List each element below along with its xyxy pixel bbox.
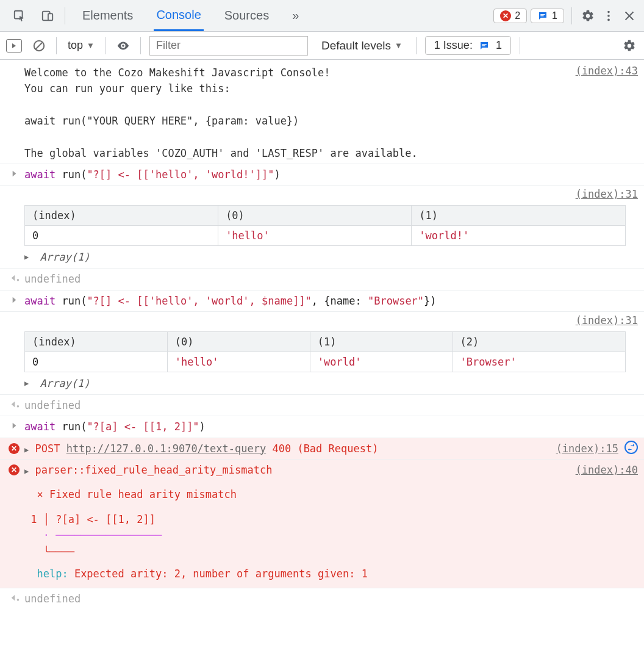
return-row: ● undefined — [0, 588, 644, 609]
divider — [106, 37, 106, 54]
cell: 0 — [25, 226, 218, 246]
error-underline: · ───────────────── — [24, 527, 638, 543]
result-table: (index) (0) (1) 0 'hello' 'world!' — [24, 205, 626, 246]
log-row: Welcome to the Cozo Makeshift Javascript… — [0, 60, 644, 164]
error-badge-icon: ✕ — [4, 462, 24, 475]
svg-rect-4 — [540, 15, 543, 16]
table-header: (1) — [310, 332, 453, 352]
return-value: undefined — [24, 271, 638, 287]
cell: 'hello' — [218, 226, 412, 246]
return-row: ● undefined — [0, 395, 644, 416]
expand-array[interactable]: ▶ Array(1) — [24, 376, 638, 392]
source-link[interactable]: (index):15 — [556, 441, 618, 457]
tab-sources[interactable]: Sources — [222, 0, 271, 31]
context-selector[interactable]: top ▼ — [65, 39, 97, 52]
message-icon — [479, 40, 490, 51]
table-header: (index) — [25, 332, 168, 352]
table-header: (index) — [25, 206, 218, 226]
svg-rect-10 — [482, 44, 487, 45]
input-row: await run("?[] <- [['hello', 'world!']]"… — [0, 164, 644, 186]
divider — [571, 7, 572, 24]
return-value: undefined — [24, 591, 638, 607]
chevron-down-icon: ▼ — [395, 41, 402, 50]
info-count: 1 — [552, 10, 557, 21]
return-row: ● undefined — [0, 269, 644, 290]
svg-point-7 — [607, 18, 610, 21]
tab-elements[interactable]: Elements — [80, 0, 135, 31]
request-url[interactable]: http://127.0.0.1:9070/text-query — [66, 442, 267, 455]
info-count-badge[interactable]: 1 — [531, 9, 564, 23]
divider — [416, 37, 417, 54]
gutter — [4, 188, 24, 190]
cell: 0 — [25, 352, 168, 372]
message-icon — [537, 10, 548, 21]
table-row: 0 'hello' 'world' 'Browser' — [25, 352, 626, 372]
svg-rect-2 — [48, 13, 52, 20]
table-header: (1) — [412, 206, 626, 226]
error-line: ╰──── — [24, 544, 638, 560]
input-code: await run("?[] <- [['hello', 'world', $n… — [24, 293, 638, 309]
gutter — [4, 314, 24, 317]
expand-array[interactable]: ▶ Array(1) — [24, 250, 638, 265]
error-code-line: 1 │ ?[a] <- [[1, 2]] — [24, 511, 638, 527]
live-expression-eye-icon[interactable] — [115, 37, 132, 54]
triangle-right-icon: ▶ — [24, 253, 29, 261]
devtools-topbar: Elements Console Sources » ✕ 2 1 — [0, 0, 644, 32]
close-icon[interactable] — [621, 7, 638, 24]
return-icon: ● — [4, 271, 24, 283]
error-title: parser::fixed_rule_head_arity_mismatch — [35, 464, 272, 476]
issues-count: 1 — [496, 39, 502, 52]
triangle-right-icon[interactable]: ▶ — [24, 467, 29, 475]
return-value: undefined — [24, 397, 638, 413]
xhr-replay-icon[interactable] — [624, 441, 638, 454]
output-row: (index):31 (index) (0) (1) (2) 0 'hello'… — [0, 312, 644, 395]
error-row: ✕ ▶ POST http://127.0.0.1:9070/text-quer… — [0, 438, 644, 460]
error-help: help: Expected arity: 2, number of argum… — [24, 566, 638, 582]
result-table: (index) (0) (1) (2) 0 'hello' 'world' 'B… — [24, 331, 626, 372]
toggle-drawer-icon[interactable] — [6, 39, 22, 52]
chevron-down-icon: ▼ — [87, 41, 95, 50]
tabs-overflow-icon[interactable]: » — [290, 0, 301, 31]
cell: 'Browser' — [453, 352, 625, 372]
issues-button[interactable]: 1 Issue: 1 — [425, 36, 511, 55]
source-link[interactable]: (index):40 — [576, 462, 638, 478]
console-settings-gear-icon[interactable] — [621, 37, 638, 54]
svg-point-6 — [607, 15, 610, 17]
error-line: × Fixed rule head arity mismatch — [24, 486, 638, 502]
source-link[interactable]: (index):43 — [576, 65, 638, 77]
table-row: 0 'hello' 'world!' — [25, 226, 626, 246]
source-link[interactable]: (index):31 — [576, 314, 638, 327]
inspect-element-icon[interactable] — [11, 7, 28, 24]
cell: 'world!' — [412, 226, 626, 246]
svg-point-9 — [122, 45, 124, 47]
clear-console-icon[interactable] — [30, 37, 48, 54]
table-header: (2) — [453, 332, 625, 352]
cell: 'hello' — [167, 352, 310, 372]
error-text: ▶ POST http://127.0.0.1:9070/text-query … — [24, 441, 638, 457]
tab-console[interactable]: Console — [154, 0, 203, 31]
error-count: 2 — [515, 10, 520, 21]
input-chevron-icon — [4, 293, 24, 305]
log-levels-select[interactable]: Default levels ▼ — [321, 39, 402, 52]
kebab-menu-icon[interactable] — [600, 7, 617, 24]
panel-tabs: Elements Console Sources » — [80, 0, 301, 31]
context-label: top — [68, 39, 83, 52]
divider — [140, 37, 141, 54]
levels-label: Default levels — [321, 39, 391, 52]
triangle-right-icon: ▶ — [24, 379, 29, 388]
input-row: await run("?[] <- [['hello', 'world', $n… — [0, 290, 644, 312]
triangle-right-icon[interactable]: ▶ — [24, 446, 29, 454]
input-row: await run("?[a] <- [[1, 2]]") — [0, 416, 644, 438]
error-row: ✕ ▶ parser::fixed_rule_head_arity_mismat… — [0, 460, 644, 588]
filter-input[interactable] — [149, 36, 308, 56]
divider — [520, 37, 520, 54]
issues-label: 1 Issue: — [434, 39, 473, 52]
return-icon: ● — [4, 591, 24, 602]
source-link[interactable]: (index):31 — [576, 188, 638, 200]
device-toggle-icon[interactable] — [39, 7, 56, 24]
input-chevron-icon — [4, 167, 24, 178]
console-toolbar: top ▼ Default levels ▼ 1 Issue: 1 — [0, 32, 644, 60]
svg-point-5 — [607, 10, 610, 13]
error-count-badge[interactable]: ✕ 2 — [493, 9, 527, 23]
settings-gear-icon[interactable] — [579, 7, 596, 24]
